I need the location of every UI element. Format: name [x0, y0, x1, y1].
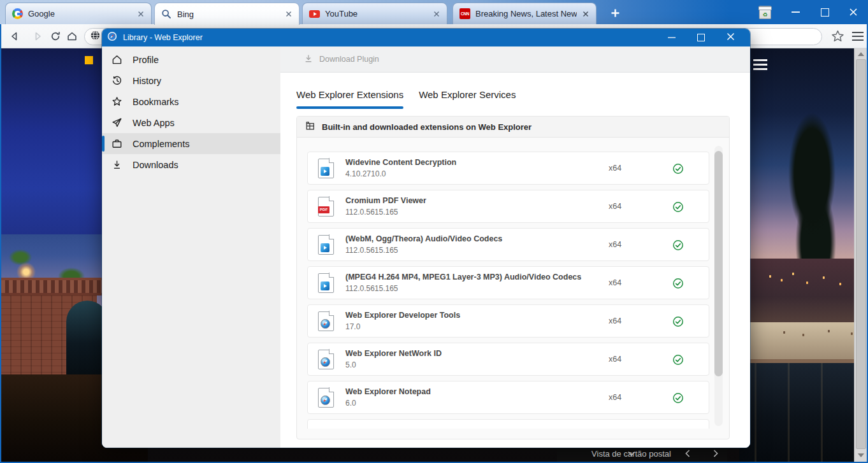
extension-row[interactable]: PDFCromium PDF Viewer112.0.5615.165x64 — [307, 190, 709, 223]
download-icon — [110, 159, 123, 171]
sidebar-item-downloads[interactable]: Downloads — [102, 154, 280, 175]
tab-close-icon[interactable] — [433, 10, 440, 18]
scroll-up-icon[interactable] — [858, 52, 864, 56]
scroll-down-icon[interactable] — [858, 453, 864, 457]
dialog-titlebar[interactable]: Library - Web Explorer — [102, 29, 750, 46]
extension-version: 5.0 — [345, 360, 442, 369]
photo-building — [747, 322, 862, 359]
dialog-maximize-button[interactable] — [697, 34, 705, 41]
chevron-right-icon — [713, 450, 718, 457]
extension-row[interactable]: Widevine Content Decryption4.10.2710.0x6… — [307, 152, 709, 185]
compass-doc-icon — [318, 311, 334, 331]
refresh-button[interactable] — [48, 29, 62, 43]
tab-web-explorer-extensions[interactable]: Web Explorer Extensions — [296, 89, 403, 106]
extension-architecture: x64 — [609, 393, 621, 402]
sidebar-item-bookmarks[interactable]: Bookmarks — [102, 91, 280, 112]
tab-close-icon[interactable] — [582, 10, 590, 18]
page-scrollbar[interactable] — [854, 48, 867, 462]
media-doc-icon — [318, 235, 334, 255]
plugin-toolbar: Download Plugin — [280, 46, 750, 73]
extension-architecture: x64 — [609, 317, 621, 325]
sidebar-item-label: Profile — [133, 55, 159, 65]
window-close-button[interactable] — [846, 0, 861, 24]
extension-row[interactable]: Web Explorer Notepad6.0x64 — [307, 381, 709, 414]
enabled-check-icon — [672, 392, 684, 406]
enabled-check-icon — [672, 239, 684, 253]
extension-list: Widevine Content Decryption4.10.2710.0x6… — [307, 152, 709, 429]
extensions-section-header: Built-in and downloaded extensions on We… — [297, 117, 729, 138]
extension-name: Web Explorer NetWork ID — [345, 349, 442, 358]
window-maximize-button[interactable] — [818, 0, 832, 24]
library-sidebar: Profile History Bookmarks — [102, 46, 280, 448]
tab-bing[interactable]: Bing — [154, 3, 300, 25]
tab-close-icon[interactable] — [137, 10, 145, 18]
sidebar-item-history[interactable]: History — [102, 70, 280, 91]
media-doc-icon — [318, 159, 334, 178]
extension-name: (MPEG4 H.264 MP4, MPEG1 Layer-3 MP3) Aud… — [345, 273, 581, 281]
home-button[interactable] — [65, 29, 79, 43]
sidebar-item-web-apps[interactable]: Web Apps — [102, 112, 280, 133]
web-explorer-compass-icon — [107, 31, 117, 44]
page-hamburger-icon[interactable] — [753, 59, 767, 73]
tab-label: Bing — [177, 10, 280, 19]
extension-list-scrollbar[interactable] — [714, 146, 723, 426]
extension-list-scrollbar-thumb[interactable] — [714, 151, 723, 376]
forward-button[interactable] — [31, 29, 45, 43]
chevron-left-icon — [685, 450, 690, 457]
extension-version: 17.0 — [345, 322, 460, 331]
extension-architecture: x64 — [609, 164, 621, 173]
tab-google[interactable]: Google — [5, 3, 152, 24]
tab-label: Breaking News, Latest News and Vi — [475, 9, 577, 18]
window-minimize-button[interactable] — [788, 0, 802, 24]
back-button[interactable] — [8, 29, 22, 43]
extension-version: 112.0.5615.165 — [345, 246, 502, 255]
home-icon — [110, 53, 123, 66]
library-tabs: Web Explorer Extensions Web Explorer Ser… — [296, 89, 516, 106]
site-globe-icon — [90, 30, 101, 43]
history-icon — [110, 75, 123, 87]
screen: Google Bing YouTube CNN Breaking News, L… — [0, 0, 868, 463]
tab-web-explorer-services[interactable]: Web Explorer Services — [419, 89, 516, 106]
microsoft-logo-icon[interactable] — [85, 56, 103, 74]
extension-row[interactable]: Web Explorer NetWork ID5.0x64 — [307, 343, 709, 376]
extension-name: Cromium PDF Viewer — [345, 196, 426, 205]
extension-version: 4.10.2710.0 — [345, 169, 456, 178]
sidebar-item-profile[interactable]: Profile — [102, 49, 280, 70]
extension-row[interactable]: (WebM, Ogg/Theora) Audio/Video Codecs112… — [307, 228, 709, 261]
extension-name: (WebM, Ogg/Theora) Audio/Video Codecs — [345, 234, 502, 243]
briefcase-icon — [110, 138, 123, 150]
extension-architecture: x64 — [609, 240, 621, 249]
extensions-section-title: Built-in and downloaded extensions on We… — [322, 122, 532, 132]
page-scrollbar-thumb[interactable] — [856, 59, 866, 449]
extension-architecture: x64 — [609, 278, 621, 287]
download-plugin-button[interactable]: Download Plugin — [319, 55, 379, 64]
tab-close-icon[interactable] — [285, 10, 293, 18]
enabled-check-icon — [672, 201, 684, 215]
new-tab-button[interactable] — [607, 5, 623, 20]
library-main-panel: Download Plugin Web Explorer Extensions … — [280, 46, 750, 448]
bookmark-star-icon[interactable] — [831, 29, 844, 45]
compass-doc-icon — [318, 388, 334, 408]
dialog-close-button[interactable] — [727, 32, 735, 43]
enabled-check-icon — [672, 163, 684, 177]
sidebar-item-complements[interactable]: Complements — [102, 133, 280, 154]
tab-label: YouTube — [325, 9, 428, 18]
search-icon — [161, 9, 172, 20]
dialog-title: Library - Web Explorer — [123, 33, 662, 42]
google-logo-icon — [12, 8, 23, 19]
extensions-panel: Built-in and downloaded extensions on We… — [296, 116, 730, 439]
extension-version: 6.0 — [345, 399, 431, 408]
photo-bridge-rail — [1, 278, 103, 296]
enabled-check-icon — [672, 278, 684, 292]
browser-tab-strip: Google Bing YouTube CNN Breaking News, L… — [0, 0, 868, 24]
browser-menu-icon[interactable] — [852, 32, 864, 43]
dialog-minimize-button[interactable] — [668, 37, 676, 38]
extension-row[interactable]: Web Explorer Developer Tools17.0x64 — [307, 304, 709, 338]
youtube-icon — [309, 8, 320, 19]
tab-youtube[interactable]: YouTube — [302, 3, 447, 24]
extension-name: Web Explorer Notepad — [345, 387, 431, 396]
tab-cnn[interactable]: CNN Breaking News, Latest News and Vi — [452, 3, 597, 24]
recycle-bin-icon[interactable]: ♻ — [759, 0, 774, 24]
sidebar-item-label: Bookmarks — [133, 97, 179, 107]
extension-row[interactable]: (MPEG4 H.264 MP4, MPEG1 Layer-3 MP3) Aud… — [307, 266, 709, 299]
